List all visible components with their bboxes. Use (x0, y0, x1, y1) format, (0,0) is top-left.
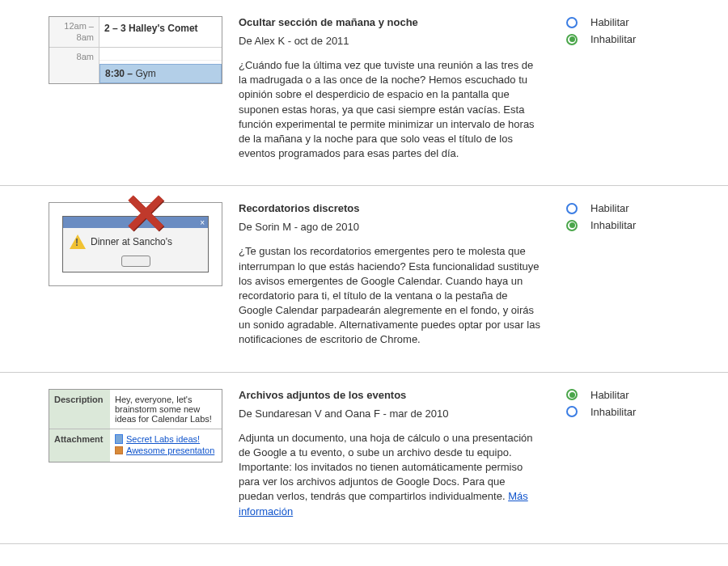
time-range-label: 12am – 8am (49, 17, 99, 47)
feature-options: Habilitar Inhabilitar (566, 8, 679, 50)
radio-icon-checked (566, 389, 578, 400)
feature-author: De Alex K - oct de 2011 (239, 35, 542, 47)
attachment-link[interactable]: Awesome presentaton (115, 446, 217, 455)
document-icon (115, 434, 123, 444)
feature-text: Adjunta un documento, una hoja de cálcul… (239, 431, 542, 519)
feature-thumbnail: × Dinner at Sancho's ✕ (49, 194, 222, 286)
radio-icon (566, 203, 578, 214)
feature-text: ¿Cuándo fue la última vez que tuviste un… (239, 58, 542, 161)
reminder-text: Dinner at Sancho's (91, 236, 172, 247)
disable-radio[interactable]: Inhabilitar (566, 33, 679, 45)
feature-description: Ocultar sección de mañana y noche De Ale… (222, 8, 566, 169)
feature-title: Recordatorios discretos (239, 202, 542, 214)
feature-description: Recordatorios discretos De Sorin M - ago… (222, 194, 566, 355)
feature-author: De Sorin M - ago de 2010 (239, 221, 542, 233)
enable-radio[interactable]: Habilitar (566, 202, 679, 214)
radio-label: Inhabilitar (590, 219, 636, 231)
radio-icon-checked (566, 34, 578, 45)
disable-radio[interactable]: Inhabilitar (566, 406, 679, 418)
reminder-preview: × Dinner at Sancho's ✕ (49, 202, 222, 286)
feature-text: ¿Te gustan los recordatorios emergentes … (239, 244, 542, 347)
radio-icon (566, 406, 578, 417)
enable-radio[interactable]: Habilitar (566, 389, 679, 401)
enable-radio[interactable]: Habilitar (566, 16, 679, 28)
feature-author: De Sundaresan V and Oana F - mar de 2010 (239, 408, 542, 420)
attachment-label: Attachment (49, 429, 110, 462)
calendar-event: 2 – 3 Halley's Comet (104, 23, 217, 34)
calendar-mini-preview: 12am – 8am 2 – 3 Halley's Comet 8am 8:30… (49, 16, 222, 84)
feature-row-event-attachments: Description Hey, everyone, let's brainst… (0, 373, 728, 544)
feature-row-gentle-reminders: × Dinner at Sancho's ✕ Recordatorios dis… (0, 186, 728, 372)
close-icon[interactable]: × (200, 218, 205, 227)
radio-label: Habilitar (590, 389, 629, 401)
description-text: Hey, everyone, let's brainstorm some new… (110, 390, 222, 429)
feature-options: Habilitar Inhabilitar (566, 381, 679, 423)
radio-icon (566, 17, 578, 28)
feature-options: Habilitar Inhabilitar (566, 194, 679, 236)
feature-description: Archivos adjuntos de los eventos De Sund… (222, 381, 566, 527)
calendar-event-highlighted: 8:30 – Gym (99, 64, 222, 83)
warning-icon (70, 234, 86, 249)
feature-thumbnail: Description Hey, everyone, let's brainst… (49, 381, 222, 463)
attachment-link[interactable]: Secret Labs ideas! (115, 434, 217, 444)
popup-titlebar: × (63, 217, 208, 228)
feature-row-hide-morning-night: 12am – 8am 2 – 3 Halley's Comet 8am 8:30… (0, 0, 728, 186)
attachment-preview: Description Hey, everyone, let's brainst… (49, 389, 222, 463)
disable-radio[interactable]: Inhabilitar (566, 219, 679, 231)
radio-icon-checked (566, 220, 578, 231)
radio-label: Habilitar (590, 16, 629, 28)
time-label: 8am (49, 48, 99, 83)
description-label: Description (49, 390, 110, 429)
feature-thumbnail: 12am – 8am 2 – 3 Halley's Comet 8am 8:30… (49, 8, 222, 84)
feature-title: Archivos adjuntos de los eventos (239, 389, 542, 401)
radio-label: Inhabilitar (590, 33, 636, 45)
presentation-icon (115, 446, 123, 454)
radio-label: Habilitar (590, 202, 629, 214)
radio-label: Inhabilitar (590, 406, 636, 418)
ok-button (121, 256, 150, 267)
feature-title: Ocultar sección de mañana y noche (239, 16, 542, 28)
